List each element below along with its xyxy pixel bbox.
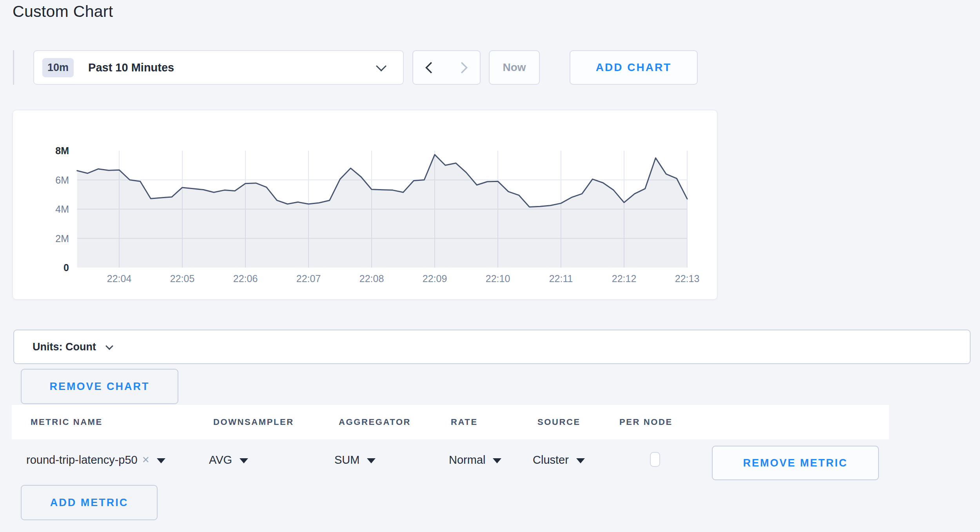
remove-metric-button[interactable]: REMOVE METRIC: [712, 446, 879, 480]
aggregator-select[interactable]: SUM: [334, 449, 376, 471]
svg-text:22:12: 22:12: [612, 273, 637, 284]
add-chart-button[interactable]: ADD CHART: [570, 50, 698, 85]
svg-text:22:07: 22:07: [296, 273, 321, 284]
caret-down-icon: [157, 458, 165, 463]
time-back-button[interactable]: [412, 50, 447, 85]
svg-text:22:05: 22:05: [170, 273, 195, 284]
page-title: Custom Chart: [13, 2, 113, 21]
source-value: Cluster: [533, 454, 569, 466]
svg-text:22:09: 22:09: [423, 273, 447, 284]
timeseries-chart: 22:0422:0522:0622:0722:0822:0922:1022:11…: [13, 110, 717, 299]
metric-name-value: round-trip-latency-p50: [26, 454, 138, 466]
time-range-select[interactable]: 10m Past 10 Minutes: [33, 50, 404, 85]
svg-text:22:10: 22:10: [486, 273, 510, 284]
time-range-badge: 10m: [42, 58, 74, 77]
custom-chart-page: Custom Chart 10m Past 10 Minutes Now ADD…: [0, 0, 980, 532]
chevron-left-icon: [425, 62, 437, 73]
svg-text:0: 0: [64, 262, 69, 273]
rate-value: Normal: [449, 454, 485, 466]
chart-card: 22:0422:0522:0622:0722:0822:0922:1022:11…: [13, 110, 717, 300]
time-pager: [412, 50, 481, 85]
downsampler-value: AVG: [209, 454, 232, 466]
time-forward-button[interactable]: [446, 50, 481, 85]
units-selector[interactable]: Units: Count: [13, 330, 971, 364]
aggregator-value: SUM: [334, 454, 359, 466]
chevron-down-icon: [376, 61, 387, 71]
source-select[interactable]: Cluster: [533, 449, 585, 471]
svg-text:6M: 6M: [55, 175, 69, 186]
now-button[interactable]: Now: [489, 50, 540, 85]
chevron-right-icon: [456, 62, 468, 73]
caret-down-icon: [367, 458, 376, 463]
svg-text:8M: 8M: [55, 145, 69, 156]
svg-text:22:06: 22:06: [233, 273, 258, 284]
close-icon[interactable]: ×: [142, 453, 149, 467]
column-header-source: SOURCE: [537, 417, 581, 427]
toolbar-accent-bar: [13, 50, 14, 85]
svg-text:22:04: 22:04: [107, 273, 132, 284]
remove-chart-button[interactable]: REMOVE CHART: [21, 369, 178, 404]
svg-text:22:08: 22:08: [359, 273, 384, 284]
column-header-per-node: PER NODE: [619, 417, 673, 427]
svg-text:4M: 4M: [55, 204, 69, 215]
add-metric-button[interactable]: ADD METRIC: [21, 485, 158, 520]
caret-down-icon: [576, 458, 585, 463]
metric-name-select[interactable]: round-trip-latency-p50 ×: [26, 449, 165, 471]
rate-select[interactable]: Normal: [449, 449, 501, 471]
caret-down-icon: [493, 458, 501, 463]
chevron-down-icon: [105, 342, 113, 350]
per-node-checkbox[interactable]: [650, 452, 660, 467]
caret-down-icon: [240, 458, 248, 463]
column-header-rate: RATE: [451, 417, 478, 427]
time-range-label: Past 10 Minutes: [88, 61, 174, 74]
metrics-table-header: METRIC NAME DOWNSAMPLER AGGREGATOR RATE …: [12, 405, 889, 439]
svg-text:22:11: 22:11: [549, 273, 573, 284]
units-selector-label: Units: Count: [33, 341, 96, 353]
column-header-aggregator: AGGREGATOR: [339, 417, 411, 427]
svg-text:2M: 2M: [55, 233, 69, 244]
column-header-metric-name: METRIC NAME: [31, 417, 103, 427]
downsampler-select[interactable]: AVG: [209, 449, 248, 471]
svg-text:22:13: 22:13: [675, 273, 700, 284]
column-header-downsampler: DOWNSAMPLER: [213, 417, 294, 427]
